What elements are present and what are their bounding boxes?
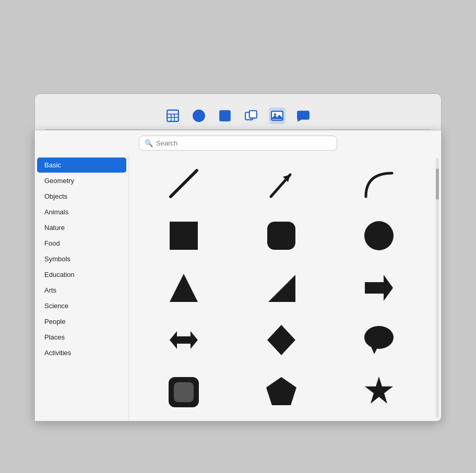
svg-marker-21 [170, 274, 198, 302]
shape-diagonal-line[interactable] [137, 160, 230, 207]
toolbar: A [45, 103, 431, 130]
shape-star[interactable] [333, 369, 425, 416]
shape-rounded-square[interactable] [235, 212, 327, 259]
shape-curve[interactable] [333, 160, 425, 207]
svg-marker-22 [268, 275, 295, 302]
panel-body: BasicGeometryObjectsAnimalsNatureFoodSym… [35, 155, 441, 421]
sidebar-item-activities[interactable]: Activities [37, 345, 126, 360]
svg-rect-10 [249, 111, 257, 118]
svg-line-15 [171, 171, 197, 197]
svg-rect-18 [170, 222, 198, 250]
svg-marker-23 [365, 275, 393, 301]
scrollbar-thumb[interactable] [436, 168, 439, 200]
shape-arrow-right[interactable] [333, 264, 425, 311]
window-title [45, 99, 431, 103]
chart-icon[interactable] [191, 107, 207, 124]
search-icon: 🔍 [145, 139, 153, 147]
sidebar-item-basic[interactable]: Basic [37, 157, 126, 173]
svg-rect-0 [167, 110, 178, 122]
shape-double-arrow[interactable] [137, 317, 230, 363]
svg-point-20 [364, 221, 394, 250]
shape-arrow-diagonal[interactable] [235, 160, 327, 207]
svg-rect-29 [174, 382, 194, 402]
shapes-grid [129, 155, 434, 421]
shape-pentagon[interactable] [235, 369, 327, 416]
sidebar-item-animals[interactable]: Animals [37, 204, 126, 220]
shape-icon[interactable] [243, 107, 259, 124]
sidebar-item-education[interactable]: Education [37, 267, 126, 282]
scrollbar[interactable] [434, 155, 441, 421]
shape-rounded-square-inset[interactable] [137, 369, 230, 416]
sidebar-item-people[interactable]: People [37, 314, 126, 329]
sidebar-item-science[interactable]: Science [37, 298, 126, 313]
svg-point-26 [364, 326, 394, 349]
svg-marker-25 [267, 325, 295, 355]
shape-speech-bubble[interactable] [333, 317, 425, 363]
svg-rect-19 [267, 222, 295, 250]
shape-diamond[interactable] [235, 317, 327, 363]
sidebar-item-nature[interactable]: Nature [37, 220, 126, 235]
sidebar-item-geometry[interactable]: Geometry [37, 173, 126, 188]
svg-marker-24 [170, 331, 198, 349]
sidebar-item-places[interactable]: Places [37, 330, 126, 345]
shape-circle[interactable] [333, 212, 425, 259]
sidebar-item-food[interactable]: Food [37, 236, 126, 251]
table-icon[interactable] [164, 107, 181, 124]
search-input[interactable] [156, 139, 331, 147]
search-bar: 🔍 [139, 136, 337, 151]
svg-marker-27 [371, 347, 377, 354]
title-bar: A [34, 93, 442, 130]
sidebar-item-symbols[interactable]: Symbols [37, 251, 126, 266]
sidebar: BasicGeometryObjectsAnimalsNatureFoodSym… [35, 155, 129, 421]
shape-right-triangle[interactable] [235, 264, 327, 311]
dropdown-panel: 🔍 BasicGeometryObjectsAnimalsNatureFoodS… [34, 130, 442, 421]
shape-triangle[interactable] [137, 264, 230, 311]
text-icon[interactable]: A [217, 107, 233, 124]
media-icon[interactable] [269, 107, 285, 124]
comment-icon[interactable] [295, 107, 312, 124]
sidebar-item-arts[interactable]: Arts [37, 283, 126, 298]
shapes-window: A [34, 93, 442, 421]
svg-marker-30 [266, 377, 296, 405]
search-area: 🔍 [35, 130, 441, 155]
sidebar-item-objects[interactable]: Objects [37, 189, 126, 204]
scrollbar-track [436, 158, 439, 418]
svg-marker-31 [365, 377, 393, 404]
svg-text:A: A [222, 113, 227, 120]
svg-point-12 [274, 113, 276, 115]
shape-square[interactable] [137, 212, 230, 259]
